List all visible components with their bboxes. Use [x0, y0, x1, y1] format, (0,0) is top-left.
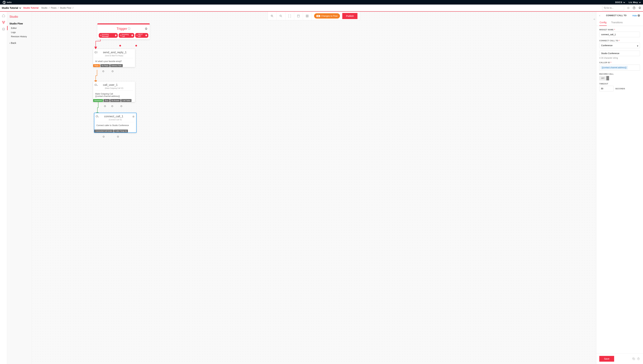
sidebar-back[interactable]: ‹ Back: [7, 38, 31, 47]
input-port[interactable]: [96, 116, 98, 117]
output-port[interactable]: [112, 70, 113, 72]
brand-logo[interactable]: twilio: [3, 1, 12, 4]
output-reply[interactable]: Reply: [93, 64, 100, 67]
output-port[interactable]: [111, 105, 113, 107]
zoom-out-button[interactable]: [277, 12, 285, 20]
caller-id-input[interactable]: {{contact.channel.address}}: [599, 64, 640, 70]
crumb[interactable]: Flows: [51, 6, 57, 9]
output-failed[interactable]: Call Failed: [121, 99, 131, 102]
conference-name-input[interactable]: [599, 50, 640, 56]
output-port[interactable]: [117, 136, 119, 138]
docs-menu[interactable]: DOCS: [615, 1, 625, 4]
tab-transitions[interactable]: Transitions: [611, 20, 623, 26]
debug-icon[interactable]: [627, 6, 630, 10]
output-ended[interactable]: Connected Call Ended: [94, 130, 114, 132]
sidebar: Studio Studio Flow Editor Logs Revision …: [7, 12, 32, 364]
svg-rect-22: [306, 15, 308, 17]
widget-call-user[interactable]: call_user_1 (Make Outgoing Call V2) Make…: [93, 82, 135, 102]
project-title[interactable]: Studio Tutorial: [2, 6, 21, 9]
svg-rect-29: [633, 358, 635, 360]
collapse-icon[interactable]: ‹‹: [593, 18, 595, 20]
sidebar-item-revisions[interactable]: Revision History: [7, 34, 31, 38]
svg-rect-7: [4, 21, 5, 22]
widget-connect-call[interactable]: connect_call_1 ⊗ (Connect Call To) Conne…: [94, 113, 136, 133]
fullscreen-button[interactable]: [285, 12, 294, 20]
zoom-in-button[interactable]: [268, 12, 277, 20]
gear-icon[interactable]: [145, 27, 148, 30]
caller-id-label: CALLER ID *: [599, 62, 640, 64]
timeout-unit: SECONDS: [615, 88, 625, 90]
sidebar-item-logs[interactable]: Logs: [7, 30, 31, 34]
save-button[interactable]: Save: [599, 356, 614, 362]
layout-button[interactable]: [294, 12, 303, 20]
timeout-label: TIMEOUT: [599, 83, 640, 85]
output-hungup[interactable]: Caller Hung Up: [114, 130, 128, 132]
search-input[interactable]: [602, 6, 624, 10]
trigger-pill[interactable]: Incoming Message?: [99, 33, 118, 38]
widget-send-reply[interactable]: send_and_reply_1 (Send & Wait For Reply)…: [93, 49, 135, 67]
flow-icon[interactable]: [2, 21, 5, 24]
output-busy[interactable]: Busy: [103, 99, 110, 102]
connect-to-select[interactable]: Conference: [599, 43, 640, 48]
help-icon[interactable]: [632, 6, 635, 10]
timeout-input[interactable]: [599, 86, 614, 91]
output-port[interactable]: [104, 105, 106, 107]
changes-badge[interactable]: 15 Changes to Flow: [314, 13, 340, 18]
trigger-pill[interactable]: REST API?: [135, 33, 148, 38]
conference-hint: A 34 character string: [599, 57, 640, 59]
input-port[interactable]: [95, 84, 96, 86]
canvas[interactable]: 15 Changes to Flow Publish Trigger ⓘ: [32, 12, 596, 364]
connect-to-label: CONNECT CALL TO *: [599, 40, 640, 42]
tab-config[interactable]: Config: [599, 20, 607, 26]
svg-point-0: [604, 7, 605, 8]
close-icon[interactable]: ⊗: [132, 115, 134, 118]
output-noreply[interactable]: No Reply: [100, 64, 110, 67]
trigger-pill[interactable]: Incoming Call?: [119, 33, 134, 38]
publish-button[interactable]: Publish: [342, 13, 357, 19]
widget-name-label: WIDGET NAME *: [599, 29, 640, 31]
twilio-logo-icon: [3, 1, 6, 4]
delete-icon[interactable]: [637, 357, 640, 360]
output-port[interactable]: [103, 136, 104, 138]
crumb[interactable]: Studio: [41, 6, 47, 9]
output-noanswer[interactable]: No Answer: [110, 99, 121, 102]
grid-button[interactable]: [303, 12, 312, 20]
panel-back-icon[interactable]: ‹: [599, 14, 600, 17]
sidebar-section[interactable]: Studio Flow: [7, 21, 31, 26]
search-icon: [604, 6, 606, 10]
output-fail[interactable]: Delivery Fails: [110, 64, 123, 67]
help-icon[interactable]: ⓘ: [128, 27, 130, 30]
output-port[interactable]: [120, 105, 122, 107]
crumb[interactable]: Studio Flow: [60, 6, 71, 9]
svg-point-10: [3, 29, 3, 29]
home-icon[interactable]: [2, 14, 5, 17]
widget-name-input[interactable]: [599, 32, 640, 37]
user-menu[interactable]: Liz Moy: [629, 1, 640, 4]
output-answered[interactable]: Answered: [93, 99, 103, 102]
hide-button[interactable]: Hide?: [632, 14, 640, 17]
trigger-node[interactable]: Trigger ⓘ Incoming Message? Incoming Cal…: [97, 24, 150, 40]
sidebar-item-editor[interactable]: Editor: [7, 26, 31, 30]
icon-rail: [0, 12, 7, 364]
brand-text: twilio: [7, 1, 12, 4]
breadcrumb: Studio/ Flows/ Studio Flow/: [41, 6, 73, 9]
tutorial-link[interactable]: Studio Tutorial: [23, 6, 39, 9]
config-panel: ‹‹ ‹ CONNECT CALL TO Hide? Config Transi…: [596, 12, 643, 364]
input-port[interactable]: [95, 52, 96, 53]
duplicate-icon[interactable]: [632, 357, 635, 360]
sidebar-heading: Studio: [7, 15, 31, 21]
svg-rect-8: [3, 23, 4, 24]
settings-icon[interactable]: [638, 6, 641, 10]
more-icon[interactable]: [2, 28, 5, 31]
chevron-down-icon: [623, 1, 625, 3]
output-port[interactable]: [102, 70, 104, 72]
svg-point-27: [146, 28, 147, 29]
panel-title: CONNECT CALL TO: [602, 14, 631, 17]
svg-rect-6: [2, 21, 3, 22]
nav-bar: Studio Tutorial Studio Tutorial Studio/ …: [0, 4, 643, 11]
svg-rect-20: [297, 15, 299, 17]
trigger-title: Trigger: [117, 27, 127, 31]
record-toggle[interactable]: OFF: [599, 76, 640, 80]
chevron-down-icon: [639, 1, 641, 3]
record-label: RECORD CALL: [599, 73, 640, 75]
